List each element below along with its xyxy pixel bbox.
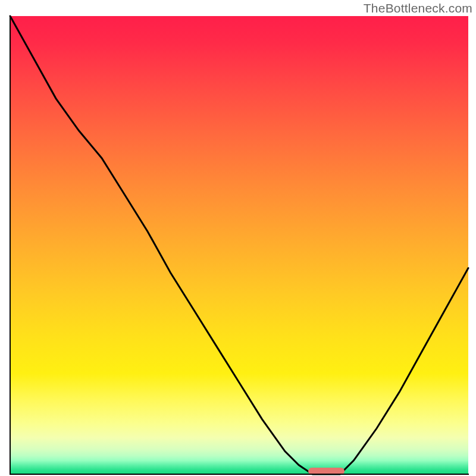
- x-axis: [10, 474, 469, 475]
- y-axis: [10, 16, 11, 475]
- watermark-text: TheBottleneck.com: [364, 1, 472, 15]
- bottleneck-curve: [0, 0, 476, 476]
- curve-line: [10, 16, 468, 474]
